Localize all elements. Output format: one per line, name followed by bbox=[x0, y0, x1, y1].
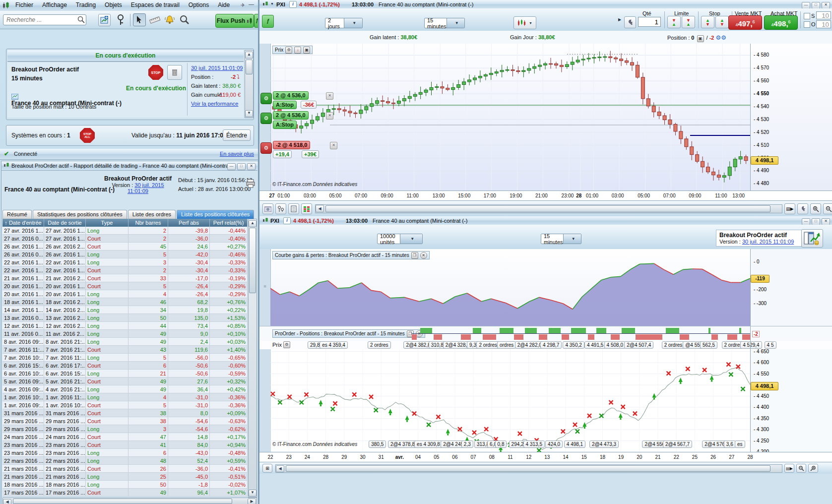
report-version-link[interactable]: 30 juil. 2015 11:01:09 bbox=[128, 182, 164, 194]
order-history-tag[interactable]: 424,0 bbox=[545, 441, 563, 448]
top-chart-minimize-icon[interactable]: — bbox=[802, 2, 810, 9]
gains-panel-title-chip[interactable]: Courbe gains & pertes : Breakout ProOrde… bbox=[272, 251, 430, 259]
scroll-thumb[interactable] bbox=[246, 60, 253, 74]
dropdown-arrow-icon[interactable]: ▼ bbox=[400, 234, 423, 244]
table-row[interactable]: 1 avr. 2016 10:...1 avr. 2016 11:...Long… bbox=[2, 393, 248, 401]
order-history-tag[interactable]: 0,8 bbox=[495, 441, 507, 448]
order-history-tag[interactable]: 2@4 378,8 bbox=[388, 441, 417, 448]
table-row[interactable]: 23 mars 2016 ...23 mars 2016 ...Court418… bbox=[2, 441, 248, 449]
order-gear-icon[interactable]: ⚙ bbox=[260, 142, 272, 154]
order-price-tag[interactable]: 2 @ 4 536,0 bbox=[273, 111, 309, 120]
search-icon[interactable] bbox=[77, 16, 85, 23]
order-history-tag[interactable]: 4 498,1 bbox=[564, 441, 585, 448]
table-row[interactable]: 11 avr. 2016 0...11 avr. 2016 2...Long49… bbox=[2, 330, 248, 338]
table-row[interactable]: 1 avr. 2016 09:...1 avr. 2016 10:...Cour… bbox=[2, 401, 248, 409]
order-settings-wrench-icon[interactable] bbox=[624, 16, 636, 28]
sell-mkt-button[interactable]: 4497,6 bbox=[728, 15, 762, 30]
order-history-tag[interactable]: ordres bbox=[497, 341, 516, 349]
positions-panel-title-chip[interactable]: ProOrder - Positions : Breakout ProOrder… bbox=[272, 329, 425, 338]
buy-stop-button[interactable]: ▲▼ bbox=[701, 16, 714, 28]
wrench-icon[interactable]: ⚙ bbox=[285, 47, 292, 54]
new-chart-icon[interactable] bbox=[98, 14, 111, 26]
tab-0[interactable]: Résumé bbox=[2, 210, 32, 219]
table-row[interactable]: 22 mars 2016 ...22 mars 2016 ...Long4852… bbox=[2, 457, 248, 465]
buy-mkt-button[interactable]: 4498,6 bbox=[764, 15, 798, 30]
pin-icon[interactable]: ✈ bbox=[241, 2, 245, 8]
extend-button[interactable]: Étendre bbox=[223, 129, 251, 141]
table-row[interactable]: 21 mars 2016 ...21 mars 2016 ...Long25-4… bbox=[2, 473, 248, 481]
report-close-icon[interactable]: ✕ bbox=[247, 163, 256, 170]
column-header[interactable]: Type bbox=[86, 219, 128, 227]
hscroll-right-icon[interactable]: ▶ bbox=[248, 499, 256, 504]
menu-affichage[interactable]: Affichage bbox=[38, 0, 71, 9]
print-icon[interactable] bbox=[246, 179, 256, 188]
tab-2[interactable]: Liste des ordres bbox=[128, 210, 176, 219]
table-row[interactable]: 31 mars 2016 ...31 mars 2016 ...Court388… bbox=[2, 409, 248, 417]
order-history-tag[interactable]: es bbox=[735, 441, 745, 448]
table-row[interactable]: 17 mars 2016 ...17 mars 2016 ...Court499… bbox=[2, 489, 248, 497]
vscroll-up-icon[interactable]: ▲ bbox=[249, 220, 256, 227]
scroll-up-icon[interactable]: ▲ bbox=[245, 52, 253, 59]
notes-icon[interactable] bbox=[288, 203, 299, 214]
flux-mini-button[interactable]: ƒ bbox=[262, 15, 274, 28]
table-row[interactable]: 6 avr. 2016 15:...6 avr. 2016 17:...Cour… bbox=[2, 362, 248, 370]
order-history-tag[interactable]: es 4 309,8 bbox=[414, 441, 443, 448]
menu-trading[interactable]: Trading bbox=[71, 0, 100, 9]
order-history-tag[interactable]: 2,3 bbox=[461, 441, 473, 448]
hscroll-left-icon[interactable]: ◀ bbox=[3, 499, 11, 504]
order-history-tag[interactable]: 4 298,7 bbox=[540, 341, 562, 349]
table-row[interactable]: 4 avr. 2016 09:...4 avr. 2016 21:...Long… bbox=[2, 385, 248, 393]
table-row[interactable]: 21 avr. 2016 1...21 avr. 2016 2...Court3… bbox=[2, 274, 248, 282]
key-icon[interactable] bbox=[115, 14, 126, 26]
table-row[interactable]: 26 avr. 2016 1...26 avr. 2016 2...Court4… bbox=[2, 243, 248, 251]
sell-limit-button[interactable]: ▼▲ bbox=[682, 16, 695, 28]
zoom-fit-icon[interactable] bbox=[810, 203, 821, 214]
order-history-tag[interactable]: 4 508,0 bbox=[604, 341, 626, 349]
table-row[interactable]: 12 avr. 2016 1...12 avr. 2016 2...Long44… bbox=[2, 322, 248, 330]
performance-link[interactable]: Voir la performance bbox=[191, 101, 238, 107]
order-panel-expander-icon[interactable]: ▶ bbox=[618, 17, 621, 22]
stop-all-button[interactable]: STOP ALL bbox=[80, 128, 95, 143]
bottom-chart-minimize-icon[interactable]: — bbox=[802, 218, 810, 225]
bottom-chart-close-icon[interactable]: ✕ bbox=[822, 218, 830, 225]
units-dropdown[interactable]: 10000 unités▼ bbox=[377, 234, 423, 244]
system-version-link[interactable]: 30 juil. 2015 11:01:09 bbox=[191, 65, 243, 71]
table-row[interactable]: 18 mars 2016 ...18 mars 2016 ...Long50-1… bbox=[2, 481, 248, 489]
chart-hscrollbar[interactable]: ◀ bbox=[275, 464, 782, 473]
order-cancel-icon[interactable]: ✕ bbox=[326, 112, 333, 120]
order-history-tag[interactable]: es 4 359,4 bbox=[320, 341, 348, 349]
info-icon[interactable]: i bbox=[283, 217, 291, 224]
gains-area-plot[interactable] bbox=[270, 249, 750, 326]
order-history-tag[interactable]: 2 ordres bbox=[662, 341, 685, 349]
bottom-chart-maximize-icon[interactable]: □ bbox=[812, 218, 820, 225]
order-history-tag[interactable]: 4 350,2 bbox=[563, 341, 584, 349]
dropdown-arrow-icon[interactable]: ▼ bbox=[563, 234, 581, 244]
table-row[interactable]: 20 avr. 2016 1...20 avr. 2016 1...Court5… bbox=[2, 282, 248, 290]
menu-espacesdetravail[interactable]: Espaces de travail bbox=[127, 0, 184, 9]
timeframe-dropdown[interactable]: 15 minutes▼ bbox=[424, 18, 465, 28]
table-row[interactable]: 5 avr. 2016 09:...5 avr. 2016 21:...Cour… bbox=[2, 378, 248, 385]
ruler-icon[interactable] bbox=[149, 15, 161, 25]
chart-wrench-icon[interactable] bbox=[797, 203, 808, 214]
order-history-tag[interactable]: 380,5 bbox=[369, 441, 386, 448]
order-history-tag[interactable]: 2 ordres bbox=[368, 341, 391, 349]
screenshot-icon[interactable] bbox=[262, 203, 273, 214]
position-flat-icon[interactable]: ▣ bbox=[697, 35, 704, 42]
table-row[interactable]: 20 avr. 2016 1...20 avr. 2016 1...Long4-… bbox=[2, 290, 248, 298]
minimize-window-icon[interactable]: — bbox=[249, 1, 254, 7]
camera-icon[interactable]: ▣ bbox=[303, 47, 310, 54]
order-history-tag[interactable]: 2@4 282,0 bbox=[515, 341, 544, 349]
indicators-icon[interactable] bbox=[275, 203, 286, 214]
order-gear-icon[interactable]: ⚙ bbox=[260, 93, 272, 104]
stop-system-button[interactable]: STOP bbox=[148, 65, 163, 80]
chart-hscrollbar[interactable]: ◀ bbox=[315, 204, 782, 213]
top-chart-pane[interactable]: Prix ⚙ ↓ ▣ - 4 580- 4 570- 4 560- 4 550-… bbox=[259, 44, 832, 190]
order-history-tag[interactable]: 2@4 567,7 bbox=[663, 441, 692, 448]
order-price-tag[interactable]: 2 @ 4 536,0 bbox=[273, 91, 309, 100]
download-icon[interactable]: ↓ bbox=[294, 47, 301, 54]
alert-bell-icon[interactable] bbox=[164, 14, 176, 25]
chart-style-button[interactable]: ▼ bbox=[513, 16, 536, 29]
table-row[interactable]: 7 avr. 2016 11:...7 avr. 2016 21:...Cour… bbox=[2, 346, 248, 354]
volume-bars-icon[interactable] bbox=[301, 203, 312, 214]
table-row[interactable]: 24 mars 2016 ...24 mars 2016 ...Court471… bbox=[2, 433, 248, 441]
